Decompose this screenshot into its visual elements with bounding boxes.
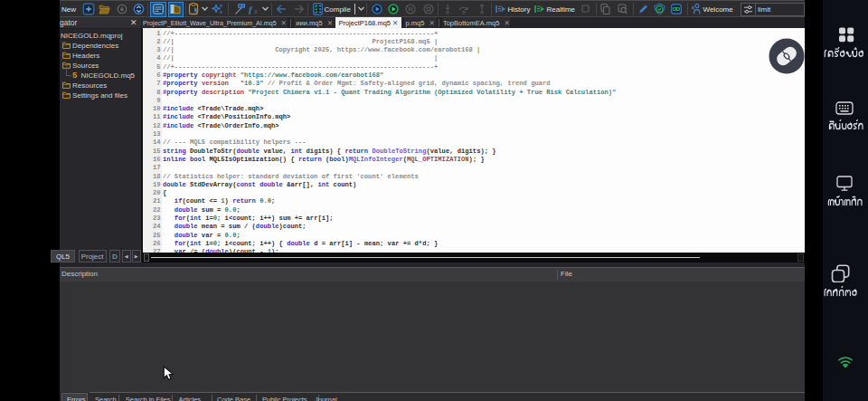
svg-text:x: x bbox=[254, 8, 258, 14]
svg-text:VAR: VAR bbox=[239, 5, 245, 8]
svg-text:f: f bbox=[249, 4, 253, 14]
